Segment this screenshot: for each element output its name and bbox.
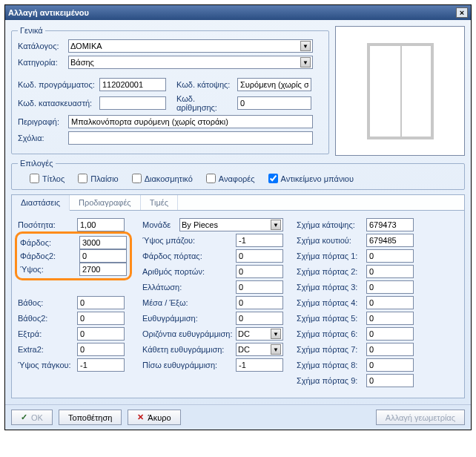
width2-label: Φάρδος2: [20, 251, 76, 260]
descr-label: Περιγραφή: [18, 117, 68, 126]
height-input[interactable] [79, 263, 127, 276]
topshape-label: Σχήμα κάτοψης: [297, 220, 363, 229]
general-group: Γενικά Κατάλογος: ΔΟΜΙΚΑ ▼ Κατηγορία: Βά… [11, 26, 329, 154]
door4-label: Σχήμα πόρτας 4: [297, 298, 363, 307]
door4-input[interactable] [366, 296, 414, 309]
geometry-button[interactable]: Αλλαγή γεωμετρίας [376, 410, 465, 425]
topview-input[interactable] [237, 78, 311, 91]
descr-input[interactable] [68, 115, 313, 128]
category-select[interactable]: Βάσης ▼ [68, 56, 313, 69]
door7-input[interactable] [366, 343, 414, 356]
inout-input[interactable] [236, 296, 283, 309]
reduce-label: Ελλάτωση: [142, 283, 233, 292]
bench-input[interactable] [77, 358, 125, 372]
num-label: Κωδ. αρίθμησης: [176, 94, 237, 112]
depth2-label: Βάθος2: [18, 314, 74, 323]
button-bar: ✓OK Τοποθέτηση ✕Άκυρο Αλλαγή γεωμετρίας [5, 404, 471, 430]
boxshape-input[interactable] [366, 234, 414, 247]
unit-label: Μονάδε [142, 220, 176, 229]
depth-input[interactable] [77, 296, 125, 309]
catalog-select[interactable]: ΔΟΜΙΚΑ ▼ [68, 39, 313, 53]
extra-input[interactable] [77, 327, 125, 341]
door8-label: Σχήμα πόρτας 8: [297, 361, 363, 369]
comments-label: Σχόλια: [18, 134, 68, 142]
general-legend: Γενικά [18, 26, 45, 35]
ok-button[interactable]: ✓OK [11, 410, 53, 425]
door8-input[interactable] [366, 358, 414, 372]
mbazou-label: Ύψος μπάζου: [142, 236, 233, 245]
align-label: Ευθυγράμμιση: [142, 314, 233, 323]
boxshape-label: Σχήμα κουτιού: [297, 236, 363, 245]
cancel-button[interactable]: ✕Άκυρο [128, 410, 180, 425]
doorn-label: Αριθμός πορτών: [142, 267, 233, 276]
check-icon: ✓ [21, 412, 27, 422]
width2-input[interactable] [79, 249, 127, 263]
category-label: Κατηγορία: [18, 58, 68, 67]
extra2-label: Extra2: [18, 345, 74, 354]
close-icon[interactable]: × [456, 7, 468, 18]
door5-label: Σχήμα πόρτας 5: [297, 314, 363, 323]
tab-dimensions[interactable]: Διαστάσεις [12, 195, 70, 211]
door3-input[interactable] [366, 280, 414, 294]
progcode-label: Κωδ. προγράμματος: [18, 80, 99, 89]
unit-select[interactable]: By Pieces ▼ [179, 218, 283, 231]
place-button[interactable]: Τοποθέτηση [59, 410, 122, 425]
depth2-input[interactable] [77, 312, 125, 325]
tabs-container: Διαστάσεις Προδιαγραφές Τιμές Ποσότητα: … [11, 194, 465, 398]
chevron-down-icon: ▼ [300, 41, 311, 51]
topshape-input[interactable] [366, 218, 414, 231]
tab-specs[interactable]: Προδιαγραφές [70, 195, 141, 210]
height-label: Ύψος: [20, 265, 76, 274]
mfr-label: Κωδ. κατασκευαστή: [18, 99, 99, 108]
options-legend: Επιλογές [18, 159, 56, 168]
extra2-input[interactable] [77, 343, 125, 356]
inout-label: Μέσα / Έξω: [142, 298, 233, 307]
valign-select[interactable]: DC▼ [236, 343, 283, 356]
num-input[interactable] [237, 96, 311, 110]
mfr-input[interactable] [99, 96, 166, 110]
titlebar: Αλλαγή αντικειμένου × [5, 5, 471, 20]
chk-reports[interactable]: Αναφορές [206, 174, 255, 183]
align-input[interactable] [236, 312, 283, 325]
reduce-input[interactable] [236, 280, 283, 294]
halign-select[interactable]: DC▼ [236, 327, 283, 341]
dialog-window: Αλλαγή αντικειμένου × Γενικά Κατάλογος: … [4, 4, 472, 430]
x-icon: ✕ [137, 412, 144, 422]
unit-value: By Pieces [182, 220, 218, 229]
depth-label: Βάθος: [18, 298, 74, 307]
door9-input[interactable] [366, 374, 414, 387]
door7-label: Σχήμα πόρτας 7: [297, 345, 363, 354]
width-input[interactable] [79, 236, 127, 249]
highlight-box: Φάρδος: Φάρδος2: Ύψος: [15, 231, 132, 280]
door6-input[interactable] [366, 327, 414, 341]
chk-bath[interactable]: Αντικείμενο μπάνιου [268, 174, 354, 183]
chevron-down-icon: ▼ [271, 220, 281, 230]
doorw-input[interactable] [236, 249, 283, 263]
comments-input[interactable] [68, 131, 313, 145]
door3-label: Σχήμα πόρτας 3: [297, 283, 363, 292]
preview-door-icon [367, 43, 434, 139]
door5-input[interactable] [366, 312, 414, 325]
extra-label: Εξτρά: [18, 329, 74, 338]
chevron-down-icon: ▼ [271, 344, 281, 355]
balign-label: Πίσω ευθυγράμμιση: [142, 361, 233, 369]
balign-input[interactable] [236, 358, 283, 372]
door2-input[interactable] [366, 265, 414, 278]
door1-label: Σχήμα πόρτας 1: [297, 251, 363, 260]
catalog-value: ΔΟΜΙΚΑ [70, 42, 102, 50]
chk-decor[interactable]: Διακοσμητικό [132, 174, 193, 183]
options-group: Επιλογές Τίτλος Πλαίσιο Διακοσμητικό Ανα… [11, 159, 465, 190]
chk-title[interactable]: Τίτλος [30, 174, 65, 183]
topview-label: Κωδ. κάτοψης: [176, 80, 237, 89]
chevron-down-icon: ▼ [271, 329, 281, 339]
door1-input[interactable] [366, 249, 414, 263]
door6-label: Σχήμα πόρτας 6: [297, 329, 363, 338]
progcode-input[interactable] [99, 78, 166, 91]
bench-label: Ύψος πάγκου: [18, 361, 74, 369]
mbazou-input[interactable] [236, 234, 283, 247]
qty-input[interactable] [77, 218, 125, 231]
doorn-input[interactable] [236, 265, 283, 278]
window-title: Αλλαγή αντικειμένου [8, 8, 89, 17]
tab-prices[interactable]: Τιμές [141, 195, 178, 210]
chk-frame[interactable]: Πλαίσιο [78, 174, 118, 183]
